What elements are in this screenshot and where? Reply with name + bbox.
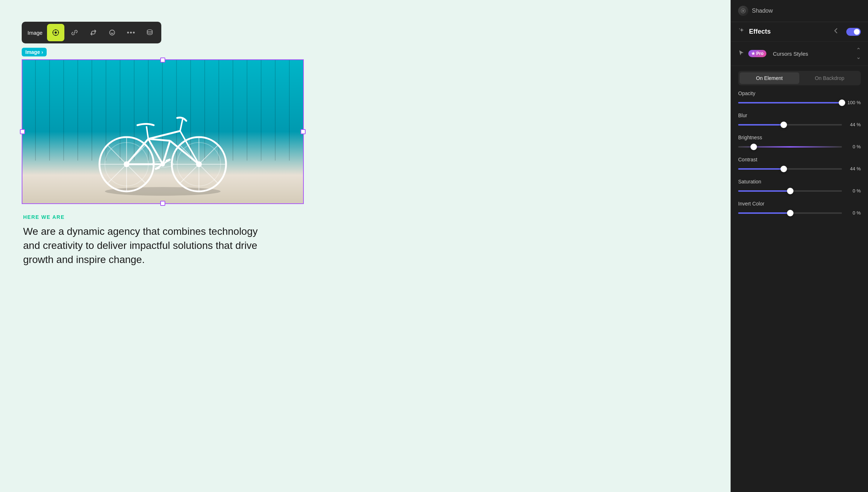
svg-point-6 xyxy=(110,30,115,35)
data-button[interactable] xyxy=(141,24,158,41)
opacity-unit: % xyxy=(856,100,861,105)
blur-thumb[interactable] xyxy=(780,122,787,128)
tab-on-backdrop[interactable]: On Backdrop xyxy=(800,72,860,84)
saturation-thumb[interactable] xyxy=(787,188,793,194)
brightness-label: Brightness xyxy=(738,135,861,140)
section-subtitle: HERE WE ARE xyxy=(23,214,729,220)
invert-track-wrap[interactable] xyxy=(738,212,842,214)
right-panel: Shadow Effects ★ Pro Cursors Styles xyxy=(731,0,868,492)
effects-toggle[interactable] xyxy=(846,28,861,36)
cursor-icon xyxy=(738,50,745,58)
breadcrumb-arrow: › xyxy=(41,49,43,55)
effects-header: Effects xyxy=(731,22,868,42)
opacity-fill xyxy=(738,102,842,103)
invert-fill xyxy=(738,212,790,214)
bike-image xyxy=(22,59,304,204)
mask-button[interactable] xyxy=(103,24,121,41)
brightness-thumb[interactable] xyxy=(750,144,757,150)
breadcrumb[interactable]: Image › xyxy=(22,48,47,56)
blur-label: Blur xyxy=(738,113,861,118)
saturation-track-wrap[interactable] xyxy=(738,190,842,192)
svg-line-32 xyxy=(146,126,148,139)
plank xyxy=(64,59,78,161)
saturation-fill xyxy=(738,190,790,192)
opacity-row: Opacity 100 % xyxy=(738,90,861,105)
toolbar-image-label: Image xyxy=(25,30,46,36)
svg-marker-26 xyxy=(127,139,163,164)
invert-color-label: Invert Color xyxy=(738,201,861,207)
image-container[interactable] xyxy=(22,59,304,204)
bike-svg xyxy=(90,88,235,197)
sliders-section: Opacity 100 % Blur xyxy=(731,90,868,492)
pro-star: ★ xyxy=(751,51,755,56)
blur-track-wrap[interactable] xyxy=(738,124,842,126)
main-paragraph: We are a dynamic agency that combines te… xyxy=(23,224,276,267)
shadow-section: Shadow xyxy=(731,0,868,22)
invert-color-control: 0 % xyxy=(738,210,861,216)
saturation-value: 0 % xyxy=(846,188,861,194)
brightness-row: Brightness 0 % xyxy=(738,135,861,149)
contrast-value: 44 % xyxy=(846,166,861,171)
plank xyxy=(50,59,64,161)
opacity-value: 100 % xyxy=(846,100,861,105)
invert-value: 0 % xyxy=(846,210,861,216)
invert-track xyxy=(738,212,842,214)
saturation-track xyxy=(738,190,842,192)
blur-row: Blur 44 % xyxy=(738,113,861,127)
svg-line-31 xyxy=(180,131,199,164)
pro-badge: ★ Pro xyxy=(748,50,766,57)
plank xyxy=(233,59,247,161)
contrast-track xyxy=(738,168,842,170)
tab-switcher: On Element On Backdrop xyxy=(738,71,861,85)
breadcrumb-label: Image xyxy=(25,49,40,55)
plank xyxy=(276,59,290,161)
plank xyxy=(261,59,276,161)
svg-point-7 xyxy=(127,32,129,34)
svg-line-33 xyxy=(180,119,183,131)
plank xyxy=(290,59,304,161)
plank xyxy=(247,59,261,161)
blur-fill xyxy=(738,124,784,126)
contrast-thumb[interactable] xyxy=(780,166,787,172)
svg-point-10 xyxy=(147,30,152,32)
saturation-label: Saturation xyxy=(738,179,861,184)
effects-button[interactable] xyxy=(47,24,64,41)
blur-control: 44 % xyxy=(738,122,861,127)
svg-line-27 xyxy=(148,139,170,141)
brightness-value: 0 % xyxy=(846,144,861,149)
pro-label: Pro xyxy=(756,51,763,56)
tab-on-element[interactable]: On Element xyxy=(740,72,799,84)
link-button[interactable] xyxy=(66,24,83,41)
toolbar: Image xyxy=(22,22,161,43)
contrast-fill xyxy=(738,168,784,170)
blur-unit: % xyxy=(856,122,861,127)
canvas-area: Image xyxy=(0,0,731,492)
opacity-label: Opacity xyxy=(738,90,861,96)
invert-thumb[interactable] xyxy=(787,210,793,216)
transform-button[interactable] xyxy=(85,24,102,41)
blur-value: 44 % xyxy=(846,122,861,127)
invert-color-row: Invert Color 0 % xyxy=(738,201,861,216)
sparkle-icon xyxy=(738,27,745,36)
chevron-updown-icon[interactable]: ⌃⌄ xyxy=(856,47,861,60)
more-button[interactable] xyxy=(122,24,140,41)
contrast-row: Contrast 44 % xyxy=(738,157,861,171)
svg-point-9 xyxy=(133,32,135,34)
blur-track xyxy=(738,124,842,126)
opacity-track xyxy=(738,102,842,103)
back-button[interactable] xyxy=(833,27,840,36)
cursors-styles-label: Cursors Styles xyxy=(773,51,852,57)
contrast-track-wrap[interactable] xyxy=(738,168,842,170)
svg-line-30 xyxy=(148,131,180,139)
brightness-track-wrap[interactable] xyxy=(738,146,842,148)
brightness-control: 0 % xyxy=(738,144,861,149)
svg-point-8 xyxy=(130,32,132,34)
saturation-row: Saturation 0 % xyxy=(738,179,861,194)
invert-unit: % xyxy=(856,210,861,216)
svg-point-40 xyxy=(742,10,744,12)
opacity-track-wrap[interactable] xyxy=(738,102,842,103)
contrast-control: 44 % xyxy=(738,166,861,171)
opacity-thumb[interactable] xyxy=(839,99,845,106)
saturation-unit: % xyxy=(856,188,861,194)
effects-title: Effects xyxy=(749,28,829,35)
